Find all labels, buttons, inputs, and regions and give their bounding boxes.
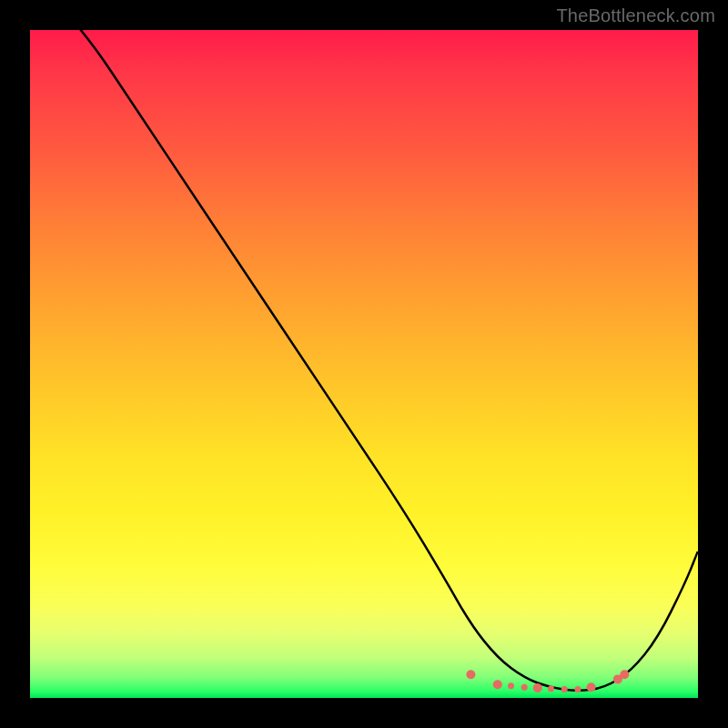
attribution-text: TheBottleneck.com	[556, 5, 715, 26]
optimal-marker	[493, 680, 502, 689]
optimal-marker	[548, 685, 554, 692]
bottleneck-curve	[30, 30, 698, 691]
chart-container: TheBottleneck.com	[0, 0, 728, 728]
optimal-markers	[466, 670, 629, 693]
optimal-marker	[533, 683, 542, 693]
optimal-marker	[587, 682, 596, 692]
plot-area	[30, 30, 698, 698]
optimal-marker	[508, 682, 514, 689]
optimal-marker	[561, 686, 568, 693]
optimal-marker	[521, 684, 528, 691]
optimal-marker	[620, 670, 629, 679]
optimal-marker	[466, 670, 475, 679]
curve-layer	[30, 30, 698, 698]
optimal-marker	[574, 686, 581, 693]
